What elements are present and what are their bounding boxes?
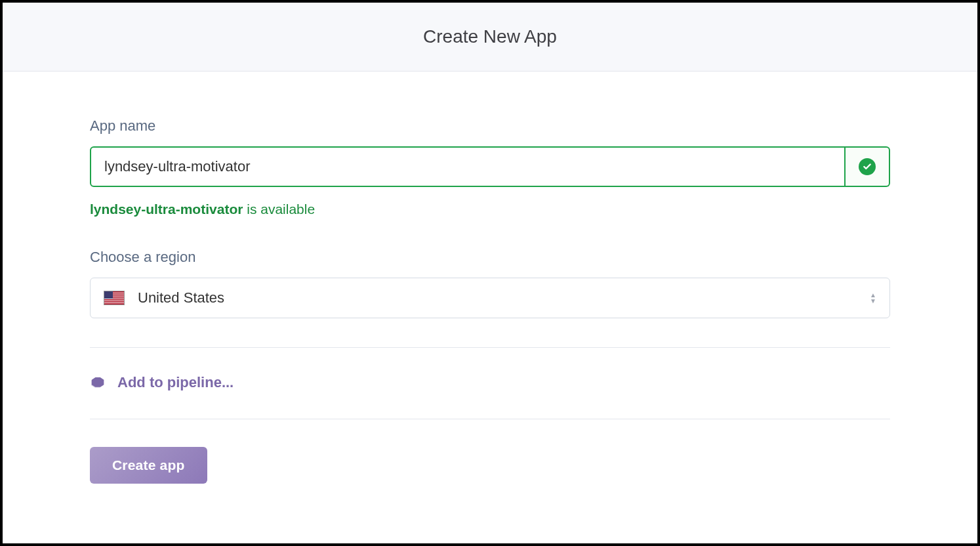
region-select[interactable]: United States ▲ ▼ <box>90 278 890 318</box>
modal-header: Create New App <box>3 3 977 72</box>
divider <box>90 347 890 348</box>
pipeline-icon <box>90 374 107 391</box>
form-content: App name lyndsey-ultra-motivator is avai… <box>90 72 890 484</box>
region-selected-value: United States <box>138 289 224 306</box>
availability-message: lyndsey-ultra-motivator is available <box>90 201 890 217</box>
create-app-button[interactable]: Create app <box>90 447 207 484</box>
chevron-up-down-icon: ▲ ▼ <box>870 293 876 304</box>
region-section: Choose a region United States ▲ ▼ <box>90 249 890 318</box>
availability-app-name: lyndsey-ultra-motivator <box>90 201 243 217</box>
app-name-input[interactable] <box>90 146 846 187</box>
add-to-pipeline-link[interactable]: Add to pipeline... <box>90 371 890 394</box>
us-flag-icon <box>104 291 125 305</box>
pipeline-link-text: Add to pipeline... <box>117 374 234 391</box>
checkmark-icon <box>859 158 876 175</box>
app-name-label: App name <box>90 117 890 135</box>
availability-suffix: is available <box>243 201 315 217</box>
divider <box>90 419 890 419</box>
page-title: Create New App <box>3 26 977 47</box>
region-label: Choose a region <box>90 249 890 266</box>
app-name-input-row <box>90 146 890 187</box>
validation-indicator <box>846 146 890 187</box>
